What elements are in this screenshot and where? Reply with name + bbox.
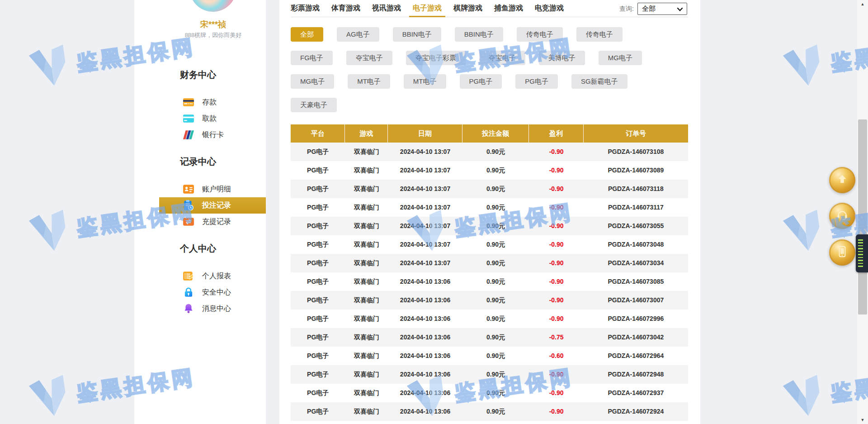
filter-MT电子[interactable]: MT电子 <box>348 74 390 89</box>
avatar[interactable] <box>189 0 236 12</box>
personal-report-icon <box>183 270 194 282</box>
filter-MG电子[interactable]: MG电子 <box>599 51 642 65</box>
order-no-cell: PGDZA-146072948 <box>584 365 688 384</box>
username: 宋***祯 <box>160 19 266 30</box>
sidebar-item-账户明细[interactable]: 账户明细 <box>159 181 266 197</box>
filter-MG电子[interactable]: MG电子 <box>291 74 334 89</box>
customer-service-button[interactable] <box>829 203 855 229</box>
game-cell: 双喜临门 <box>345 161 388 180</box>
platform-cell: PG电子 <box>291 198 345 217</box>
platform-cell: PG电子 <box>291 291 345 310</box>
platform-cell: PG电子 <box>291 235 345 254</box>
page-scrollbar[interactable]: ▲ ▼ <box>857 0 868 424</box>
query-select[interactable]: 全部 <box>637 3 687 15</box>
profit-cell: -0.90 <box>529 365 583 384</box>
filter-PG电子[interactable]: PG电子 <box>515 74 558 89</box>
filter-AG电子[interactable]: AG电子 <box>337 27 379 42</box>
side-contact-widget[interactable] <box>856 234 868 272</box>
date-cell: 2024-04-10 13:07 <box>388 180 462 198</box>
filter-夺宝电子[interactable]: 夺宝电子 <box>479 51 525 65</box>
filter-SG新霸电子[interactable]: SG新霸电子 <box>571 74 627 89</box>
filter-MT电子[interactable]: MT电子 <box>404 74 446 89</box>
scroll-up-arrow-icon[interactable]: ▲ <box>857 2 868 6</box>
date-cell: 2024-04-10 13:06 <box>388 347 462 365</box>
filter-row: FG电子夺宝电子夺宝电子彩票夺宝电子美博电子MG电子 <box>291 51 693 65</box>
filter-row: MG电子MT电子MT电子PG电子PG电子SG新霸电子 <box>291 74 693 89</box>
platform-cell: PG电子 <box>291 365 345 384</box>
sidebar-item-label: 消息中心 <box>202 304 231 314</box>
mobile-app-button[interactable] <box>829 239 855 266</box>
sidebar-item-个人报表[interactable]: 个人报表 <box>159 268 266 284</box>
filter-PG电子[interactable]: PG电子 <box>460 74 502 89</box>
tab-视讯游戏[interactable]: 视讯游戏 <box>372 0 401 17</box>
sidebar-item-label: 个人报表 <box>202 272 231 281</box>
filter-夺宝电子[interactable]: 夺宝电子 <box>346 51 392 65</box>
sidebar-section: 财务中心存款取款银行卡 <box>134 68 266 143</box>
filter-row: 全部AG电子BBIN电子BBIN电子传奇电子传奇电子 <box>291 27 693 42</box>
shield-logo-icon <box>775 205 829 260</box>
filter-美博电子[interactable]: 美博电子 <box>539 51 585 65</box>
game-cell: 双喜临门 <box>345 310 388 328</box>
filter-BBIN电子[interactable]: BBIN电子 <box>393 27 441 42</box>
game-cell: 双喜临门 <box>345 143 388 161</box>
back-to-top-button[interactable] <box>829 167 855 193</box>
table-row: PG电子双喜临门2024-04-10 13:070.90元-0.90PGDZA-… <box>291 217 688 235</box>
filter-天豪电子[interactable]: 天豪电子 <box>291 98 337 112</box>
sidebar-item-投注记录[interactable]: 投注记录 <box>159 197 266 214</box>
bet-amount-cell: 0.90元 <box>462 347 529 365</box>
profit-cell: -0.75 <box>529 328 583 347</box>
table-row: PG电子双喜临门2024-04-10 13:060.90元-0.90PGDZA-… <box>291 402 688 421</box>
tab-彩票游戏[interactable]: 彩票游戏 <box>291 0 320 17</box>
tab-体育游戏[interactable]: 体育游戏 <box>331 0 360 17</box>
tab-电子游戏[interactable]: 电子游戏 <box>413 0 442 17</box>
profit-cell: -0.90 <box>529 310 583 328</box>
bet-amount-cell: 0.90元 <box>462 161 529 180</box>
sidebar-item-银行卡[interactable]: 银行卡 <box>159 127 266 143</box>
bet-amount-cell: 0.90元 <box>462 217 529 235</box>
table-header-row: 平台游戏日期投注金额盈利订单号 <box>291 124 688 143</box>
table-row: PG电子双喜临门2024-04-10 13:060.90元-0.90PGDZA-… <box>291 272 688 291</box>
filter-全部[interactable]: 全部 <box>291 27 323 42</box>
filter-BBIN电子[interactable]: BBIN电子 <box>455 27 503 42</box>
game-cell: 双喜临门 <box>345 198 388 217</box>
filter-夺宝电子彩票[interactable]: 夺宝电子彩票 <box>406 51 466 65</box>
profit-cell: -0.90 <box>529 180 583 198</box>
profit-cell: -0.90 <box>529 402 583 421</box>
platform-cell: PG电子 <box>291 328 345 347</box>
sidebar-item-消息中心[interactable]: 消息中心 <box>159 300 266 317</box>
scrollbar-thumb[interactable] <box>858 119 867 314</box>
bet-amount-cell: 0.90元 <box>462 272 529 291</box>
platform-cell: PG电子 <box>291 384 345 402</box>
sidebar-item-存款[interactable]: 存款 <box>159 94 266 110</box>
filter-row: 天豪电子 <box>291 98 693 112</box>
column-header-订单号: 订单号 <box>584 124 688 143</box>
sidebar: 宋***祯 888棋牌，因你而美好 财务中心存款取款银行卡记录中心账户明细投注记… <box>134 0 266 424</box>
profit-cell: -0.60 <box>529 347 583 365</box>
tab-捕鱼游戏[interactable]: 捕鱼游戏 <box>494 0 523 17</box>
table-row: PG电子双喜临门2024-04-10 13:070.90元-0.90PGDZA-… <box>291 143 688 161</box>
sidebar-item-充提记录[interactable]: 充提记录 <box>159 214 266 230</box>
tab-电竞游戏[interactable]: 电竞游戏 <box>535 0 564 17</box>
order-no-cell: PGDZA-146072964 <box>584 347 688 365</box>
order-no-cell: PGDZA-146073089 <box>584 161 688 180</box>
order-no-cell: PGDZA-146072924 <box>584 402 688 421</box>
filter-传奇电子[interactable]: 传奇电子 <box>517 27 563 42</box>
tab-棋牌游戏[interactable]: 棋牌游戏 <box>453 0 482 17</box>
transfer-record-icon <box>183 216 194 228</box>
date-cell: 2024-04-10 13:06 <box>388 272 462 291</box>
shield-logo-icon <box>21 39 75 95</box>
order-no-cell: PGDZA-146072937 <box>584 384 688 402</box>
main-content: 彩票游戏体育游戏视讯游戏电子游戏棋牌游戏捕鱼游戏电竞游戏 查询: 全部 全部AG… <box>279 0 700 424</box>
user-slogan: 888棋牌，因你而美好 <box>160 31 266 39</box>
date-cell: 2024-04-10 13:07 <box>388 198 462 217</box>
order-no-cell: PGDZA-146073042 <box>584 328 688 347</box>
column-header-日期: 日期 <box>388 124 462 143</box>
platform-cell: PG电子 <box>291 161 345 180</box>
security-lock-icon <box>183 286 194 298</box>
bet-amount-cell: 0.90元 <box>462 180 529 198</box>
filter-FG电子[interactable]: FG电子 <box>291 51 333 65</box>
sidebar-item-取款[interactable]: 取款 <box>159 110 266 127</box>
filter-传奇电子[interactable]: 传奇电子 <box>576 27 623 42</box>
scroll-down-arrow-icon[interactable]: ▼ <box>857 418 868 422</box>
sidebar-item-安全中心[interactable]: 安全中心 <box>159 284 266 300</box>
